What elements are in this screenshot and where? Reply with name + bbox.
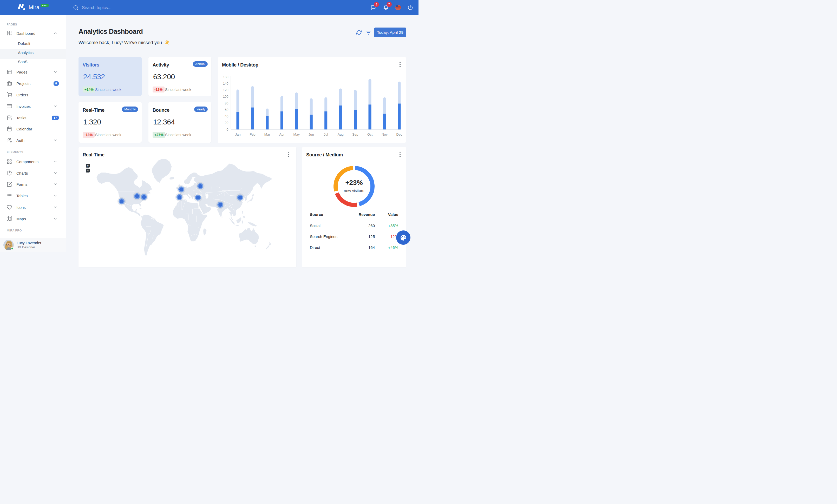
svg-text:140: 140: [223, 82, 229, 86]
svg-text:160: 160: [223, 75, 229, 79]
svg-text:Jun: Jun: [308, 132, 314, 136]
svg-text:40: 40: [225, 115, 229, 118]
svg-text:60: 60: [225, 108, 229, 112]
svg-text:120: 120: [223, 88, 229, 92]
svg-text:Oct: Oct: [367, 132, 373, 136]
svg-text:100: 100: [223, 95, 229, 98]
svg-text:Jul: Jul: [324, 132, 328, 136]
svg-text:May: May: [293, 132, 300, 136]
svg-text:20: 20: [225, 121, 229, 125]
svg-text:Nov: Nov: [381, 132, 388, 136]
svg-text:Dec: Dec: [396, 132, 403, 136]
svg-text:0: 0: [227, 128, 229, 131]
svg-text:Apr: Apr: [279, 132, 285, 136]
svg-text:Mar: Mar: [264, 132, 270, 136]
svg-text:Aug: Aug: [338, 132, 344, 136]
svg-text:Jan: Jan: [235, 132, 241, 136]
svg-text:80: 80: [225, 101, 229, 105]
svg-text:Feb: Feb: [250, 132, 255, 136]
svg-text:Sep: Sep: [352, 132, 358, 136]
